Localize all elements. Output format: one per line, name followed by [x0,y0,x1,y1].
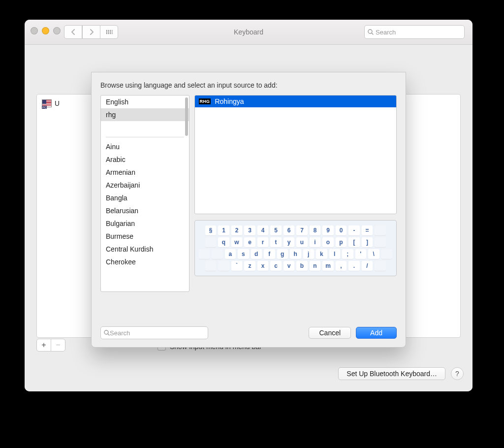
language-item[interactable]: Central Kurdish [101,243,189,256]
key: , [336,261,347,271]
key: 8 [310,225,321,235]
sheet-bottom-bar: Search Cancel Add [100,326,397,339]
svg-line-15 [108,334,109,335]
language-item[interactable]: Arabic [101,153,189,166]
language-item[interactable]: Azerbaijani [101,179,189,192]
sheet-panes: Englishrhg AinuArabicArmenianAzerbaijani… [100,95,397,292]
key: d [251,249,262,259]
key: e [244,237,255,247]
key: ; [342,249,353,259]
key: 9 [322,225,334,235]
add-remove-controls: + − [36,339,65,352]
key: t [270,237,282,247]
add-input-source-button[interactable]: + [36,339,51,352]
language-item[interactable]: rhg [101,108,189,121]
language-item[interactable]: Bangla [101,192,189,204]
preferences-window: Keyboard Search U + − Show Input menu in… [25,20,472,391]
sheet-search-placeholder: Search [110,329,130,337]
key-modifier [381,249,393,259]
keyboard-row: qwertyuiop[] [199,237,393,247]
toolbar-search[interactable]: Search [364,25,465,39]
search-placeholder: Search [376,29,396,36]
language-item[interactable]: Armenian [101,166,189,179]
keyboard-row: `zxcvbnm,./ [199,261,393,271]
right-column: RHG Rohingya §1234567890-=qwertyuiop[]as… [194,95,397,292]
language-item[interactable]: English [101,96,189,108]
key: p [336,237,347,247]
key-modifier [199,249,210,259]
key: y [284,237,295,247]
keyboard-preview: §1234567890-=qwertyuiop[]asdfghjkl;'\`zx… [194,220,397,276]
keyboard-row: asdfghjkl;'\ [199,249,393,259]
key: r [257,237,269,247]
key: § [205,225,217,235]
key: c [270,261,282,271]
key-modifier [205,261,217,271]
key-modifier [205,237,217,247]
divider [106,137,184,137]
key: 6 [284,225,295,235]
svg-line-13 [372,33,373,34]
key-modifier [218,261,229,271]
key: 2 [231,225,243,235]
remove-input-source-button[interactable]: − [51,339,65,352]
key: 0 [336,225,347,235]
language-item[interactable]: Ainu [101,140,189,153]
cancel-button[interactable]: Cancel [309,327,351,339]
input-source-pane[interactable]: RHG Rohingya [194,95,397,214]
language-item[interactable]: Bulgarian [101,217,189,230]
key: 4 [257,225,269,235]
key: ` [231,261,243,271]
key: m [322,261,334,271]
key: b [296,261,308,271]
key: s [238,249,249,259]
key: z [244,261,255,271]
key: 1 [218,225,229,235]
input-source-label: U [55,99,60,107]
us-flag-icon [42,99,52,107]
sheet-heading: Browse using language and select an inpu… [100,81,397,89]
language-item[interactable]: Cherokee [101,256,189,268]
input-source-item-selected[interactable]: RHG Rohingya [195,96,397,107]
key: 5 [270,225,282,235]
key: o [322,237,334,247]
key: q [218,237,229,247]
language-item[interactable]: Burmese [101,230,189,243]
language-item[interactable]: Belarusian [101,204,189,217]
key-modifier [375,225,386,235]
language-item-blank [101,121,189,134]
key-modifier [375,237,386,247]
add-button[interactable]: Add [356,327,397,339]
key: - [348,225,360,235]
key: ] [362,237,373,247]
source-badge-icon: RHG [199,98,211,104]
key: k [316,249,327,259]
key: [ [348,237,360,247]
input-source-row[interactable]: U [42,99,60,107]
key: ' [355,249,367,259]
key: = [362,225,373,235]
key: l [329,249,341,259]
scrollbar-thumb[interactable] [185,97,188,136]
key: 3 [244,225,255,235]
key: f [264,249,275,259]
key: \ [368,249,379,259]
search-icon [368,29,374,35]
key: i [310,237,321,247]
key-modifier [375,261,386,271]
help-button[interactable]: ? [451,367,464,380]
key-modifier [212,249,223,259]
key: j [303,249,315,259]
key: / [362,261,373,271]
key: a [225,249,236,259]
bluetooth-keyboard-button[interactable]: Set Up Bluetooth Keyboard… [338,367,445,380]
content-area: U + − Show Input menu in menu bar Set Up… [25,45,472,391]
key: h [290,249,301,259]
sheet-search-input[interactable]: Search [100,326,208,339]
key: g [277,249,288,259]
key: v [284,261,295,271]
language-list[interactable]: Englishrhg AinuArabicArmenianAzerbaijani… [100,95,189,292]
key: x [257,261,269,271]
source-name: Rohingya [215,97,244,105]
key: n [310,261,321,271]
